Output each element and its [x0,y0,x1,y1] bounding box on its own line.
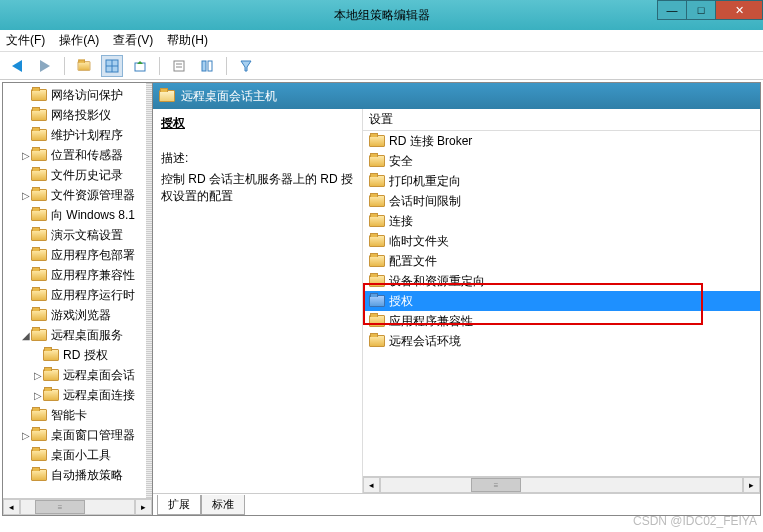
tree-hscrollbar[interactable]: ◂ ≡ ▸ [3,498,152,515]
list-hscrollbar[interactable]: ◂ ≡ ▸ [363,476,760,493]
svg-rect-4 [174,61,184,71]
tree-item[interactable]: 网络投影仪 [3,105,152,125]
folder-icon [31,89,47,101]
svg-rect-3 [135,63,145,71]
export-button[interactable] [129,55,151,77]
titlebar: 本地组策略编辑器 — □ ✕ [0,0,763,30]
list-item[interactable]: 配置文件 [363,251,760,271]
scroll-thumb[interactable]: ≡ [471,478,521,492]
scroll-track[interactable]: ≡ [380,477,743,493]
list-item[interactable]: 设备和资源重定向 [363,271,760,291]
tree-item[interactable]: ▷远程桌面会话 [3,365,152,385]
properties-button[interactable] [168,55,190,77]
tree-item[interactable]: 应用程序包部署 [3,245,152,265]
tree-item-label: 桌面小工具 [51,447,111,464]
menu-action[interactable]: 操作(A) [59,32,99,49]
folder-icon [31,449,47,461]
folder-icon [369,135,385,147]
tree-item[interactable]: 维护计划程序 [3,125,152,145]
arrow-left-icon [12,60,22,72]
list-body[interactable]: RD 连接 Broker安全打印机重定向会话时间限制连接临时文件夹配置文件设备和… [363,131,760,476]
pane-title: 远程桌面会话主机 [181,88,277,105]
expander-icon[interactable]: ▷ [21,430,31,441]
expander-icon[interactable]: ◢ [21,330,31,341]
tabs: 扩展 标准 [153,493,760,515]
tree-item[interactable]: ▷位置和传感器 [3,145,152,165]
list-item-label: 打印机重定向 [389,173,461,190]
forward-button[interactable] [34,55,56,77]
scroll-right-button[interactable]: ▸ [135,499,152,515]
list-item[interactable]: 连接 [363,211,760,231]
list-item[interactable]: 应用程序兼容性 [363,311,760,331]
tree-item-label: 文件资源管理器 [51,187,135,204]
tree-item[interactable]: 应用程序兼容性 [3,265,152,285]
scroll-thumb[interactable]: ≡ [35,500,85,514]
columns-icon [200,59,214,73]
list-item[interactable]: 临时文件夹 [363,231,760,251]
minimize-button[interactable]: — [657,0,687,20]
export-icon [133,59,147,73]
close-button[interactable]: ✕ [715,0,763,20]
folder-icon [31,429,47,441]
list-item[interactable]: RD 连接 Broker [363,131,760,151]
list-item[interactable]: 授权 [363,291,760,311]
scroll-left-button[interactable]: ◂ [363,477,380,493]
desc-title: 授权 [161,115,354,132]
tree-item[interactable]: ▷桌面窗口管理器 [3,425,152,445]
maximize-button[interactable]: □ [686,0,716,20]
tree-item-label: 远程桌面会话 [63,367,135,384]
back-button[interactable] [6,55,28,77]
list-item[interactable]: 打印机重定向 [363,171,760,191]
tab-extended[interactable]: 扩展 [157,495,201,515]
folder-icon [369,275,385,287]
scroll-right-button[interactable]: ▸ [743,477,760,493]
tree-item[interactable]: 游戏浏览器 [3,305,152,325]
list-item[interactable]: 安全 [363,151,760,171]
expander-icon[interactable]: ▷ [21,190,31,201]
expander-icon[interactable]: ▷ [21,150,31,161]
tree-item[interactable]: ◢远程桌面服务 [3,325,152,345]
scroll-left-button[interactable]: ◂ [3,499,20,515]
tree-resizer[interactable] [146,83,152,498]
tree-item-label: 维护计划程序 [51,127,123,144]
filter-button[interactable] [235,55,257,77]
tree-item[interactable]: ▷远程桌面连接 [3,385,152,405]
tab-standard[interactable]: 标准 [201,495,245,515]
list-column: 设置 RD 连接 Broker安全打印机重定向会话时间限制连接临时文件夹配置文件… [363,109,760,493]
toolbar [0,52,763,80]
expander-icon[interactable]: ▷ [33,390,43,401]
tree-item[interactable]: 智能卡 [3,405,152,425]
columns-button[interactable] [196,55,218,77]
tree-item[interactable]: 文件历史记录 [3,165,152,185]
tree-item[interactable]: 桌面小工具 [3,445,152,465]
tree-item[interactable]: 自动播放策略 [3,465,152,485]
list-item-label: 授权 [389,293,413,310]
right-pane: 远程桌面会话主机 授权 描述: 控制 RD 会话主机服务器上的 RD 授权设置的… [153,83,760,515]
tree-item[interactable]: 应用程序运行时 [3,285,152,305]
folder-icon [369,315,385,327]
tree-item-label: 应用程序兼容性 [51,267,135,284]
tree-item[interactable]: 网络访问保护 [3,85,152,105]
arrow-right-icon [40,60,50,72]
up-button[interactable] [73,55,95,77]
scroll-track[interactable]: ≡ [20,499,135,515]
folder-icon [31,169,47,181]
view-button[interactable] [101,55,123,77]
pane-body: 授权 描述: 控制 RD 会话主机服务器上的 RD 授权设置的配置 设置 RD … [153,109,760,493]
list-item[interactable]: 会话时间限制 [363,191,760,211]
tree-item[interactable]: 演示文稿设置 [3,225,152,245]
menu-file[interactable]: 文件(F) [6,32,45,49]
properties-icon [172,59,186,73]
tree[interactable]: 网络访问保护网络投影仪维护计划程序▷位置和传感器文件历史记录▷文件资源管理器向 … [3,83,152,498]
tree-item[interactable]: 向 Windows 8.1 [3,205,152,225]
menu-view[interactable]: 查看(V) [113,32,153,49]
tree-item[interactable]: RD 授权 [3,345,152,365]
tree-item-label: 向 Windows 8.1 [51,207,135,224]
tree-item-label: 演示文稿设置 [51,227,123,244]
folder-icon [369,215,385,227]
menu-help[interactable]: 帮助(H) [167,32,208,49]
tree-item[interactable]: ▷文件资源管理器 [3,185,152,205]
expander-icon[interactable]: ▷ [33,370,43,381]
list-item[interactable]: 远程会话环境 [363,331,760,351]
list-column-header[interactable]: 设置 [363,109,760,131]
